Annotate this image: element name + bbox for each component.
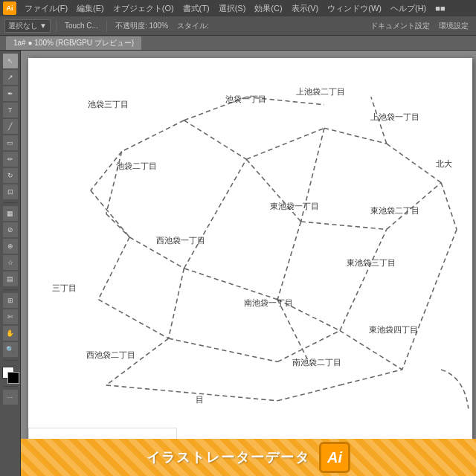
chevron-down-icon: ▼	[39, 22, 47, 30]
rect-tool[interactable]: ▭	[3, 135, 18, 150]
tab-bar: 1a# ● 100% (RGB/GPU プレビュー)	[0, 36, 476, 51]
label-nishiikebukuro1: 西池袋一丁目	[156, 235, 205, 246]
bottom-bar-text: イラストレーターデータ	[147, 448, 310, 466]
menu-effect[interactable]: 効果(C)	[251, 1, 286, 16]
label-ikebukuro2: 池袋二丁目	[116, 161, 157, 172]
svg-line-2	[324, 128, 387, 144]
svg-line-15	[340, 229, 387, 330]
direct-select-tool[interactable]: ↗	[3, 70, 18, 85]
slice-tool[interactable]: ✄	[3, 309, 18, 324]
label-minamiikebukuro1: 南池袋一丁目	[244, 298, 293, 309]
toolbar-prefs[interactable]: 環境設定	[436, 20, 472, 32]
eyedropper-tool[interactable]: ⊘	[3, 222, 18, 237]
menu-select[interactable]: 選択(S)	[215, 1, 250, 16]
svg-line-1	[246, 128, 324, 159]
label-chome: 三丁目	[52, 283, 77, 294]
svg-line-18	[169, 338, 278, 361]
label-minamiikebukuro2: 南池袋二丁目	[292, 357, 341, 368]
svg-line-22	[441, 183, 457, 230]
tool-sep-1	[4, 202, 17, 203]
more-tools[interactable]: ···	[3, 390, 18, 405]
label-nishiikebukuro2: 西池袋二丁目	[86, 350, 135, 361]
menu-view[interactable]: 表示(V)	[288, 1, 323, 16]
menu-help[interactable]: ヘルプ(H)	[387, 1, 430, 16]
svg-line-12	[277, 222, 300, 300]
blend-tool[interactable]: ⊕	[3, 239, 18, 254]
ai-badge-large: Ai	[319, 442, 350, 473]
menu-object[interactable]: オブジェクト(O)	[109, 1, 178, 16]
selection-dropdown[interactable]: 選択なし ▼	[4, 19, 51, 33]
label-ikebukuro1: 池袋一丁目	[225, 94, 266, 105]
gradient-tool[interactable]: ▦	[3, 206, 18, 221]
bottom-stripe-bar: イラストレーターデータ Ai	[21, 439, 476, 476]
toolbar-sep-2	[106, 20, 107, 32]
ai-logo: Ai	[3, 1, 16, 15]
label-ikebukuro3: 池袋三丁目	[88, 99, 129, 110]
type-tool[interactable]: T	[3, 103, 18, 118]
svg-line-31	[106, 338, 169, 385]
svg-line-16	[340, 331, 402, 370]
label-kamiikebukuro1: 上池袋一丁目	[370, 112, 419, 123]
label-higashiikebukuro3: 東池袋三丁目	[347, 257, 396, 268]
svg-line-13	[184, 268, 277, 300]
svg-line-8	[184, 159, 246, 268]
canvas-area: .dashed-line { stroke: #666; stroke-widt…	[21, 51, 476, 476]
toolbar-style[interactable]: スタイル:	[174, 20, 212, 32]
color-boxes	[2, 367, 19, 383]
hand-tool[interactable]: ✋	[3, 326, 18, 341]
svg-line-0	[184, 120, 246, 159]
tool-sep-3	[4, 360, 17, 361]
svg-line-29	[98, 300, 168, 338]
rotate-tool[interactable]: ↻	[3, 168, 18, 183]
line-tool[interactable]: ╱	[3, 119, 18, 134]
document-page: .dashed-line { stroke: #666; stroke-widt…	[28, 58, 472, 472]
artboard-tool[interactable]: ⊞	[3, 293, 18, 308]
graph-tool[interactable]: ▤	[3, 271, 18, 286]
scale-tool[interactable]: ⊡	[3, 184, 18, 199]
selection-label: 選択なし	[8, 21, 38, 31]
zoom-tool[interactable]: 🔍	[3, 342, 18, 357]
pen-tool[interactable]: ✒	[3, 86, 18, 101]
svg-line-17	[169, 268, 184, 338]
menu-extra[interactable]: ■■	[431, 2, 448, 14]
label-higashiikebukuro4: 東池袋四丁目	[369, 324, 418, 335]
menu-edit[interactable]: 編集(E)	[73, 1, 108, 16]
toolbar-opacity[interactable]: 不透明度: 100%	[112, 20, 171, 32]
menu-bar: Ai ファイル(F) 編集(E) オブジェクト(O) 書式(T) 選択(S) 効…	[0, 0, 476, 16]
svg-line-10	[301, 222, 387, 229]
label-kamiikebukuro2: 上池袋二丁目	[296, 86, 345, 97]
svg-line-9	[246, 159, 300, 222]
svg-line-4	[122, 120, 184, 152]
tool-sep-4	[4, 386, 17, 387]
svg-line-30	[277, 300, 309, 362]
label-higashiikebukuro2: 東池袋二丁目	[370, 205, 419, 216]
tools-panel: ↖ ↗ ✒ T ╱ ▭ ✏ ↻ ⊡ ▦ ⊘ ⊕ ☆ ▤ ⊞ ✄ ✋ 🔍 ···	[0, 51, 21, 476]
menu-window[interactable]: ウィンドウ(W)	[324, 1, 385, 16]
svg-line-28	[98, 237, 129, 300]
svg-line-32	[106, 385, 277, 401]
document-tab[interactable]: 1a# ● 100% (RGB/GPU プレビュー)	[6, 36, 141, 50]
menu-type[interactable]: 書式(T)	[179, 1, 213, 16]
tool-sep-2	[4, 289, 17, 290]
svg-line-34	[340, 370, 402, 385]
label-me: 目	[196, 394, 204, 405]
svg-line-33	[277, 385, 340, 401]
svg-line-3	[387, 144, 441, 182]
svg-line-23	[402, 229, 457, 370]
label-higashiikebukuro1: 東池袋一丁目	[270, 201, 319, 212]
label-kitadai: 北大	[436, 158, 452, 170]
toolbar-touch[interactable]: Touch C...	[62, 21, 101, 30]
stroke-color[interactable]	[8, 373, 19, 383]
brush-tool[interactable]: ✏	[3, 152, 18, 167]
symbol-tool[interactable]: ☆	[3, 255, 18, 270]
select-tool[interactable]: ↖	[3, 54, 18, 68]
main-area: ↖ ↗ ✒ T ╱ ▭ ✏ ↻ ⊡ ▦ ⊘ ⊕ ☆ ▤ ⊞ ✄ ✋ 🔍 ···	[0, 51, 476, 476]
toolbar: 選択なし ▼ Touch C... 不透明度: 100% スタイル: ドキュメン…	[0, 16, 476, 36]
menu-file[interactable]: ファイル(F)	[21, 1, 71, 16]
toolbar-sep-1	[56, 20, 57, 32]
toolbar-doc-settings[interactable]: ドキュメント設定	[367, 20, 433, 32]
